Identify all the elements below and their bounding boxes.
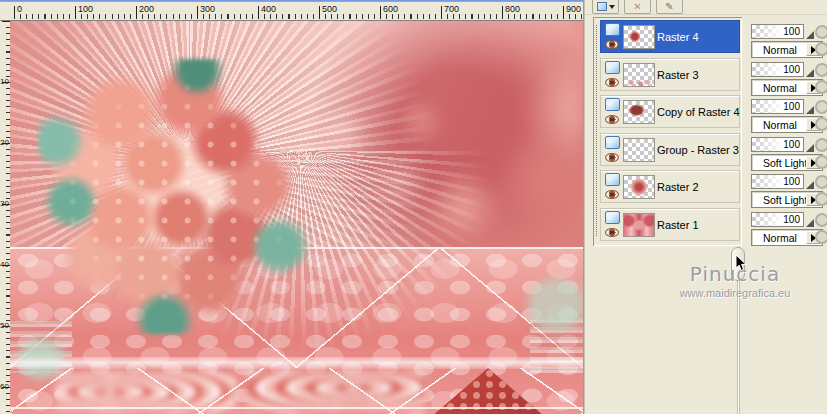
- link-ring-icon[interactable]: [815, 155, 827, 169]
- horizontal-ruler: 0 100 200 300 400 500 600 700 800 900: [0, 2, 585, 21]
- opacity-slider[interactable]: 100: [751, 212, 804, 227]
- edit-layer-button[interactable]: ✎: [656, 0, 683, 14]
- delete-icon: ✕: [633, 1, 641, 12]
- layer-thumbnail: [623, 175, 655, 199]
- watermark-url: www.maidiregrafica.eu: [655, 287, 815, 299]
- artwork-petal-highlights: [38, 59, 313, 334]
- opacity-ramp-icon: [806, 144, 814, 152]
- blend-mode-value: Normal: [763, 82, 797, 94]
- opacity-slider[interactable]: 100: [751, 174, 804, 189]
- link-ring-icon[interactable]: [815, 80, 827, 94]
- layer-row-copy-of-raster4[interactable]: Copy of Raster 4: [600, 95, 740, 128]
- visibility-eye-icon[interactable]: [605, 153, 619, 162]
- layer-name: Raster 4: [657, 31, 699, 43]
- blend-mode-dropdown[interactable]: Normal: [751, 41, 823, 58]
- opacity-value: 100: [783, 176, 800, 187]
- visibility-eye-icon[interactable]: [605, 228, 619, 237]
- opacity-slider[interactable]: 100: [751, 99, 804, 114]
- artwork-bottom-line: [10, 407, 583, 409]
- layers-toolbar: ✕ ✎: [585, 0, 827, 15]
- layer-controls-group-raster3: 100 Soft Light: [751, 137, 827, 171]
- layer-name: Raster 3: [657, 69, 699, 81]
- new-layer-icon: [597, 2, 607, 11]
- image-canvas[interactable]: [10, 21, 583, 414]
- opacity-ramp-icon: [806, 69, 814, 77]
- layer-name: Group - Raster 3: [657, 144, 739, 156]
- layer-thumbnail: [623, 138, 655, 162]
- tree-guide-line: [596, 25, 597, 236]
- link-ring-icon[interactable]: [815, 25, 827, 39]
- blend-mode-value: Soft Light: [763, 157, 807, 169]
- visibility-eye-icon[interactable]: [605, 40, 619, 49]
- visibility-eye-icon[interactable]: [605, 78, 619, 87]
- opacity-slider[interactable]: 100: [751, 137, 804, 152]
- layer-controls-raster4: 100 Normal: [751, 24, 827, 58]
- raster-layer-icon: [605, 211, 620, 224]
- layer-row-raster4[interactable]: Raster 4: [600, 20, 740, 53]
- link-ring-icon[interactable]: [815, 192, 827, 206]
- raster-layer-icon: [605, 98, 620, 111]
- layer-list: Raster 4 Raster 3 Copy of Raster 4 Group…: [593, 17, 742, 246]
- layer-name: Raster 1: [657, 219, 699, 231]
- app-window: 0 100 200 300 400 500 600 700 800 900 10…: [0, 0, 827, 414]
- layer-thumbnail: [623, 63, 655, 87]
- link-ring-icon[interactable]: [815, 230, 827, 244]
- raster-layer-icon: [605, 173, 620, 186]
- layer-name: Raster 2: [657, 181, 699, 193]
- chevron-down-icon: [609, 5, 615, 9]
- blend-mode-dropdown[interactable]: Normal: [751, 79, 823, 96]
- artwork-mint-dot: [528, 279, 583, 331]
- layers-palette: ✕ ✎ Raster 4 Raster 3: [585, 0, 827, 414]
- opacity-value: 100: [783, 139, 800, 150]
- layer-row-raster3[interactable]: Raster 3: [600, 58, 740, 91]
- link-ring-icon[interactable]: [815, 63, 827, 77]
- link-ring-icon[interactable]: [815, 117, 827, 131]
- layer-thumbnail: [623, 100, 655, 124]
- layer-thumbnail: [623, 25, 655, 49]
- opacity-value: 100: [783, 101, 800, 112]
- layer-row-raster2[interactable]: Raster 2: [600, 170, 740, 203]
- opacity-ramp-icon: [806, 181, 814, 189]
- opacity-value: 100: [783, 64, 800, 75]
- opacity-ramp-icon: [806, 106, 814, 114]
- layer-row-raster1[interactable]: Raster 1: [600, 208, 740, 241]
- ruler-major-ticks: [14, 6, 585, 19]
- link-ring-icon[interactable]: [815, 138, 827, 152]
- layer-controls-raster1: 100 Normal: [751, 212, 827, 246]
- blend-mode-value: Normal: [763, 119, 797, 131]
- opacity-value: 100: [783, 214, 800, 225]
- raster-layer-icon: [605, 61, 620, 74]
- mouse-cursor-icon: [735, 254, 747, 272]
- opacity-ramp-icon: [806, 219, 814, 227]
- visibility-eye-icon[interactable]: [605, 190, 619, 199]
- link-ring-icon[interactable]: [815, 42, 827, 56]
- opacity-ramp-icon: [806, 31, 814, 39]
- layer-thumbnail: [623, 213, 655, 237]
- layer-name: Copy of Raster 4: [657, 106, 740, 118]
- raster-layer-icon: [605, 23, 620, 36]
- raster-layer-icon: [605, 136, 620, 149]
- opacity-slider[interactable]: 100: [751, 24, 804, 39]
- visibility-eye-icon[interactable]: [605, 115, 619, 124]
- new-layer-button[interactable]: [592, 0, 619, 14]
- layer-controls-raster3: 100 Normal: [751, 62, 827, 96]
- blend-mode-dropdown[interactable]: Normal: [751, 116, 823, 133]
- edit-icon: ✎: [665, 1, 673, 12]
- blend-mode-value: Normal: [763, 44, 797, 56]
- blend-mode-value: Normal: [763, 232, 797, 244]
- delete-layer-button[interactable]: ✕: [624, 0, 651, 14]
- blend-mode-value: Soft Light: [763, 194, 807, 206]
- blend-mode-dropdown[interactable]: Soft Light: [751, 191, 823, 208]
- blend-mode-dropdown[interactable]: Normal: [751, 229, 823, 246]
- layer-row-group-raster3[interactable]: Group - Raster 3: [600, 133, 740, 166]
- link-ring-icon[interactable]: [815, 100, 827, 114]
- opacity-value: 100: [783, 26, 800, 37]
- opacity-slider[interactable]: 100: [751, 62, 804, 77]
- link-ring-icon[interactable]: [815, 175, 827, 189]
- layer-controls-copy-of-raster4: 100 Normal: [751, 99, 827, 133]
- link-ring-icon[interactable]: [815, 213, 827, 227]
- ruler-major-ticks: [2, 21, 10, 414]
- blend-mode-dropdown[interactable]: Soft Light: [751, 154, 823, 171]
- layer-controls-raster2: 100 Soft Light: [751, 174, 827, 208]
- vertical-ruler: 100 200 300 400 500 600: [0, 21, 10, 414]
